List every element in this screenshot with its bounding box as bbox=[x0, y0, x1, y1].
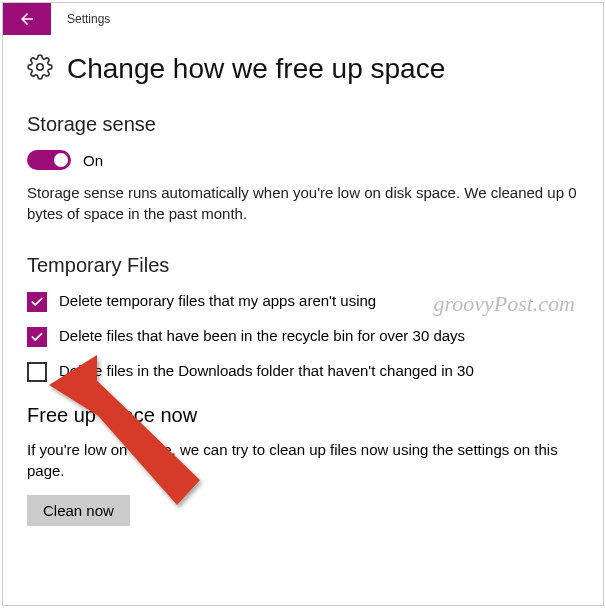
checkbox-delete-downloads[interactable] bbox=[27, 362, 47, 382]
checkbox-delete-temp-files[interactable] bbox=[27, 292, 47, 312]
svg-point-0 bbox=[37, 64, 44, 71]
free-up-space-description: If you're low on space, we can try to cl… bbox=[27, 439, 579, 481]
temporary-files-heading: Temporary Files bbox=[27, 254, 579, 277]
checkbox-label: Delete files that have been in the recyc… bbox=[59, 326, 465, 346]
titlebar: Settings bbox=[3, 3, 603, 35]
checkbox-label: Delete files in the Downloads folder tha… bbox=[59, 361, 474, 381]
checkbox-row-recycle-bin: Delete files that have been in the recyc… bbox=[27, 326, 579, 347]
page-title: Change how we free up space bbox=[67, 53, 445, 85]
page-header: Change how we free up space bbox=[27, 53, 579, 85]
app-title: Settings bbox=[67, 12, 110, 26]
clean-now-button[interactable]: Clean now bbox=[27, 495, 130, 526]
arrow-left-icon bbox=[18, 10, 36, 28]
free-up-space-heading: Free up space now bbox=[27, 404, 579, 427]
checkbox-row-downloads: Delete files in the Downloads folder tha… bbox=[27, 361, 579, 382]
checkbox-delete-recycle-bin[interactable] bbox=[27, 327, 47, 347]
storage-sense-heading: Storage sense bbox=[27, 113, 579, 136]
back-button[interactable] bbox=[3, 3, 51, 35]
checkbox-row-temp-files: Delete temporary files that my apps aren… bbox=[27, 291, 579, 312]
storage-sense-description: Storage sense runs automatically when yo… bbox=[27, 182, 579, 224]
storage-sense-toggle[interactable] bbox=[27, 150, 71, 170]
toggle-state-label: On bbox=[83, 152, 103, 169]
gear-icon bbox=[27, 54, 53, 84]
checkbox-label: Delete temporary files that my apps aren… bbox=[59, 291, 376, 311]
